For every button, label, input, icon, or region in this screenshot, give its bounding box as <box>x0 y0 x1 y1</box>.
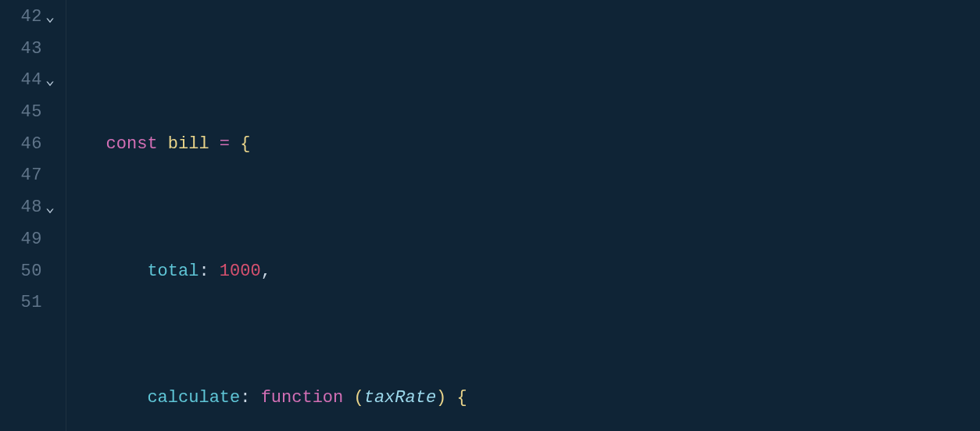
gutter-row: 43 <box>0 34 66 66</box>
gutter-border <box>66 0 66 431</box>
line-number: 48 <box>14 192 42 224</box>
gutter-row: 45 <box>0 97 66 129</box>
gutter-row: 48⌄ <box>0 192 66 224</box>
line-number: 42 <box>14 2 42 34</box>
gutter-row: 42⌄ <box>0 2 66 34</box>
line-number: 47 <box>14 160 42 192</box>
line-number: 45 <box>14 97 42 129</box>
line-number: 50 <box>14 256 42 288</box>
line-number: 46 <box>14 129 42 161</box>
code-line: total: 1000, <box>75 256 980 288</box>
line-number: 51 <box>14 287 42 319</box>
gutter-row: 44⌄ <box>0 65 66 97</box>
code-editor[interactable]: 42⌄ 43 44⌄ 45 46 47 48⌄ 49 50 51 const b… <box>0 0 980 431</box>
code-line: calculate: function (taxRate) { <box>75 383 980 415</box>
fold-icon[interactable]: ⌄ <box>42 69 63 93</box>
gutter-row: 47 <box>0 160 66 192</box>
gutter: 42⌄ 43 44⌄ 45 46 47 48⌄ 49 50 51 <box>0 0 66 431</box>
gutter-row: 49 <box>0 224 66 256</box>
fold-icon[interactable]: ⌄ <box>42 5 63 30</box>
code-area[interactable]: const bill = { total: 1000, calculate: f… <box>66 0 980 431</box>
line-number: 49 <box>14 224 42 256</box>
fold-icon[interactable]: ⌄ <box>42 196 63 220</box>
line-number: 43 <box>14 34 42 66</box>
line-number: 44 <box>14 65 42 97</box>
gutter-row: 46 <box>0 129 66 161</box>
code-line: const bill = { <box>75 129 980 161</box>
gutter-row: 51 <box>0 287 66 319</box>
gutter-row: 50 <box>0 256 66 288</box>
